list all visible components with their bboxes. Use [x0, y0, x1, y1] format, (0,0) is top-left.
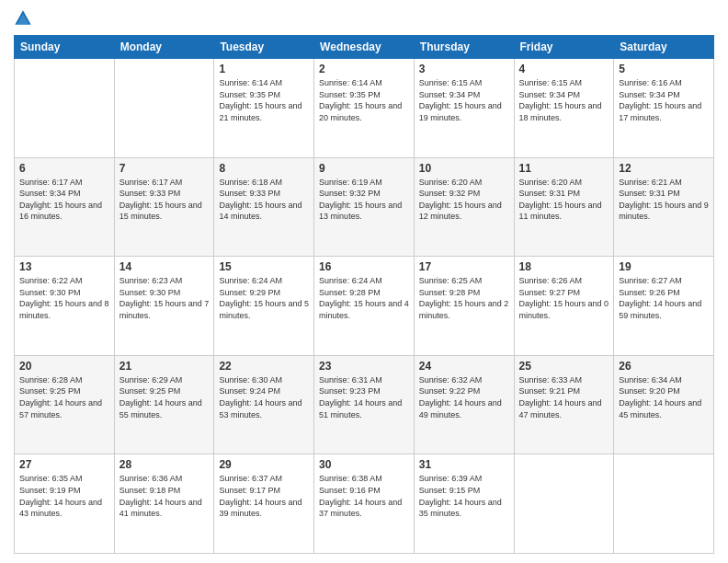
calendar-cell: 7Sunrise: 6:17 AM Sunset: 9:33 PM Daylig… — [114, 157, 214, 257]
calendar-cell: 4Sunrise: 6:15 AM Sunset: 9:34 PM Daylig… — [514, 59, 614, 158]
day-info: Sunrise: 6:17 AM Sunset: 9:34 PM Dayligh… — [19, 177, 109, 223]
day-number: 4 — [519, 63, 609, 75]
day-info: Sunrise: 6:25 AM Sunset: 9:28 PM Dayligh… — [419, 275, 509, 321]
day-info: Sunrise: 6:24 AM Sunset: 9:29 PM Dayligh… — [219, 275, 309, 321]
calendar-cell — [514, 454, 614, 554]
calendar-cell: 26Sunrise: 6:34 AM Sunset: 9:20 PM Dayli… — [614, 355, 714, 454]
day-number: 26 — [619, 360, 709, 373]
calendar-header-row: Sunday Monday Tuesday Wednesday Thursday… — [15, 36, 714, 59]
day-info: Sunrise: 6:27 AM Sunset: 9:26 PM Dayligh… — [619, 275, 709, 321]
day-info: Sunrise: 6:26 AM Sunset: 9:27 PM Dayligh… — [519, 275, 609, 321]
day-number: 6 — [19, 162, 109, 175]
calendar-cell: 31Sunrise: 6:39 AM Sunset: 9:15 PM Dayli… — [414, 454, 514, 554]
day-number: 9 — [319, 162, 409, 175]
day-number: 18 — [519, 260, 609, 273]
calendar-cell: 17Sunrise: 6:25 AM Sunset: 9:28 PM Dayli… — [414, 257, 514, 356]
logo-icon — [14, 9, 32, 28]
day-number: 28 — [119, 458, 210, 471]
day-info: Sunrise: 6:22 AM Sunset: 9:30 PM Dayligh… — [19, 275, 109, 321]
day-number: 3 — [419, 63, 509, 75]
calendar-cell: 29Sunrise: 6:37 AM Sunset: 9:17 PM Dayli… — [214, 454, 314, 554]
day-info: Sunrise: 6:15 AM Sunset: 9:34 PM Dayligh… — [419, 77, 509, 123]
calendar-cell: 24Sunrise: 6:32 AM Sunset: 9:22 PM Dayli… — [414, 355, 514, 454]
day-info: Sunrise: 6:21 AM Sunset: 9:31 PM Dayligh… — [619, 177, 709, 223]
logo — [14, 9, 36, 28]
day-number: 5 — [619, 63, 709, 75]
day-number: 27 — [19, 458, 109, 471]
day-info: Sunrise: 6:14 AM Sunset: 9:35 PM Dayligh… — [219, 77, 309, 123]
day-number: 7 — [119, 162, 210, 175]
day-info: Sunrise: 6:36 AM Sunset: 9:18 PM Dayligh… — [119, 473, 210, 519]
calendar-cell: 16Sunrise: 6:24 AM Sunset: 9:28 PM Dayli… — [314, 257, 415, 356]
day-info: Sunrise: 6:39 AM Sunset: 9:15 PM Dayligh… — [419, 473, 509, 519]
day-number: 11 — [519, 162, 609, 175]
day-number: 31 — [419, 458, 509, 471]
day-info: Sunrise: 6:34 AM Sunset: 9:20 PM Dayligh… — [619, 374, 709, 420]
calendar-cell — [614, 454, 714, 554]
calendar-table: Sunday Monday Tuesday Wednesday Thursday… — [14, 35, 714, 554]
day-number: 8 — [219, 162, 309, 175]
header-wednesday: Wednesday — [314, 36, 415, 59]
day-number: 15 — [219, 260, 309, 273]
calendar-cell: 28Sunrise: 6:36 AM Sunset: 9:18 PM Dayli… — [114, 454, 214, 554]
day-info: Sunrise: 6:37 AM Sunset: 9:17 PM Dayligh… — [219, 473, 309, 519]
day-info: Sunrise: 6:19 AM Sunset: 9:32 PM Dayligh… — [319, 177, 409, 223]
calendar-week-row: 27Sunrise: 6:35 AM Sunset: 9:19 PM Dayli… — [15, 454, 714, 554]
calendar-cell: 27Sunrise: 6:35 AM Sunset: 9:19 PM Dayli… — [15, 454, 115, 554]
header-saturday: Saturday — [614, 36, 714, 59]
calendar-cell: 1Sunrise: 6:14 AM Sunset: 9:35 PM Daylig… — [214, 59, 314, 158]
day-info: Sunrise: 6:29 AM Sunset: 9:25 PM Dayligh… — [119, 374, 210, 420]
day-number: 30 — [319, 458, 409, 471]
day-info: Sunrise: 6:14 AM Sunset: 9:35 PM Dayligh… — [319, 77, 409, 123]
day-info: Sunrise: 6:20 AM Sunset: 9:31 PM Dayligh… — [519, 177, 609, 223]
calendar-week-row: 13Sunrise: 6:22 AM Sunset: 9:30 PM Dayli… — [15, 257, 714, 356]
day-number: 24 — [419, 360, 509, 373]
day-number: 13 — [19, 260, 109, 273]
calendar-cell: 2Sunrise: 6:14 AM Sunset: 9:35 PM Daylig… — [314, 59, 415, 158]
header-friday: Friday — [514, 36, 614, 59]
calendar-cell: 22Sunrise: 6:30 AM Sunset: 9:24 PM Dayli… — [214, 355, 314, 454]
calendar-cell: 14Sunrise: 6:23 AM Sunset: 9:30 PM Dayli… — [114, 257, 214, 356]
calendar-cell: 9Sunrise: 6:19 AM Sunset: 9:32 PM Daylig… — [314, 157, 415, 257]
day-number: 23 — [319, 360, 409, 373]
calendar-cell: 30Sunrise: 6:38 AM Sunset: 9:16 PM Dayli… — [314, 454, 415, 554]
day-info: Sunrise: 6:17 AM Sunset: 9:33 PM Dayligh… — [119, 177, 210, 223]
header-tuesday: Tuesday — [214, 36, 314, 59]
day-info: Sunrise: 6:18 AM Sunset: 9:33 PM Dayligh… — [219, 177, 309, 223]
day-number: 10 — [419, 162, 509, 175]
day-info: Sunrise: 6:31 AM Sunset: 9:23 PM Dayligh… — [319, 374, 409, 420]
day-number: 17 — [419, 260, 509, 273]
calendar-cell — [15, 59, 115, 158]
calendar-cell: 25Sunrise: 6:33 AM Sunset: 9:21 PM Dayli… — [514, 355, 614, 454]
calendar-cell: 6Sunrise: 6:17 AM Sunset: 9:34 PM Daylig… — [15, 157, 115, 257]
header-sunday: Sunday — [15, 36, 115, 59]
day-number: 20 — [19, 360, 109, 373]
day-info: Sunrise: 6:24 AM Sunset: 9:28 PM Dayligh… — [319, 275, 409, 321]
day-info: Sunrise: 6:28 AM Sunset: 9:25 PM Dayligh… — [19, 374, 109, 420]
calendar-cell: 10Sunrise: 6:20 AM Sunset: 9:32 PM Dayli… — [414, 157, 514, 257]
day-info: Sunrise: 6:32 AM Sunset: 9:22 PM Dayligh… — [419, 374, 509, 420]
day-info: Sunrise: 6:23 AM Sunset: 9:30 PM Dayligh… — [119, 275, 210, 321]
calendar-cell: 23Sunrise: 6:31 AM Sunset: 9:23 PM Dayli… — [314, 355, 415, 454]
calendar-cell: 5Sunrise: 6:16 AM Sunset: 9:34 PM Daylig… — [614, 59, 714, 158]
page-header — [14, 9, 714, 28]
day-info: Sunrise: 6:20 AM Sunset: 9:32 PM Dayligh… — [419, 177, 509, 223]
calendar-cell: 3Sunrise: 6:15 AM Sunset: 9:34 PM Daylig… — [414, 59, 514, 158]
calendar-week-row: 1Sunrise: 6:14 AM Sunset: 9:35 PM Daylig… — [15, 59, 714, 158]
calendar-cell: 8Sunrise: 6:18 AM Sunset: 9:33 PM Daylig… — [214, 157, 314, 257]
day-number: 1 — [219, 63, 309, 75]
header-thursday: Thursday — [414, 36, 514, 59]
calendar-week-row: 6Sunrise: 6:17 AM Sunset: 9:34 PM Daylig… — [15, 157, 714, 257]
day-info: Sunrise: 6:16 AM Sunset: 9:34 PM Dayligh… — [619, 77, 709, 123]
day-number: 16 — [319, 260, 409, 273]
day-number: 19 — [619, 260, 709, 273]
calendar-cell: 18Sunrise: 6:26 AM Sunset: 9:27 PM Dayli… — [514, 257, 614, 356]
day-number: 12 — [619, 162, 709, 175]
calendar-cell: 12Sunrise: 6:21 AM Sunset: 9:31 PM Dayli… — [614, 157, 714, 257]
calendar-cell: 21Sunrise: 6:29 AM Sunset: 9:25 PM Dayli… — [114, 355, 214, 454]
calendar-cell: 20Sunrise: 6:28 AM Sunset: 9:25 PM Dayli… — [15, 355, 115, 454]
calendar-cell: 15Sunrise: 6:24 AM Sunset: 9:29 PM Dayli… — [214, 257, 314, 356]
day-info: Sunrise: 6:35 AM Sunset: 9:19 PM Dayligh… — [19, 473, 109, 519]
day-number: 21 — [119, 360, 210, 373]
calendar-cell: 19Sunrise: 6:27 AM Sunset: 9:26 PM Dayli… — [614, 257, 714, 356]
